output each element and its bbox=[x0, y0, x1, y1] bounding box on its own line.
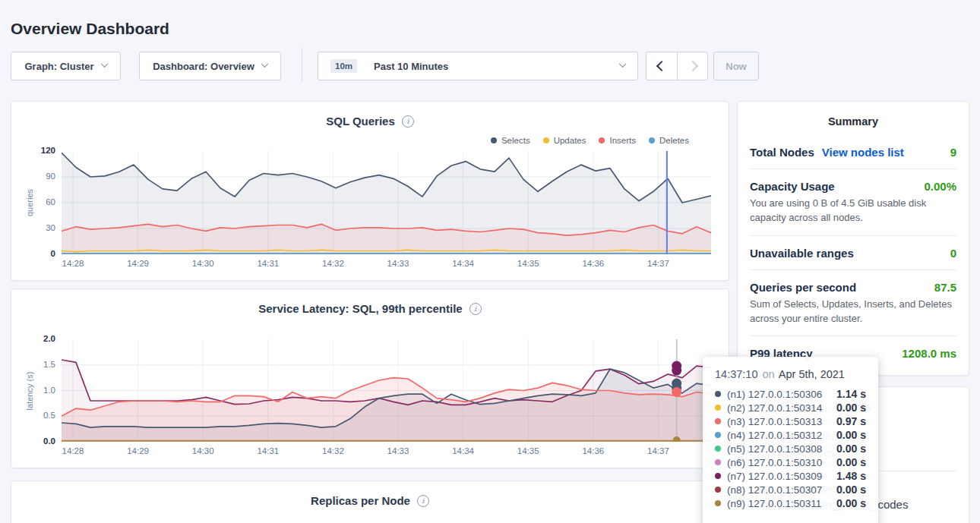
chevron-down-icon bbox=[619, 60, 627, 68]
unavailable-ranges-label: Unavailable ranges bbox=[750, 247, 854, 260]
tooltip-node-row: (n8) 127.0.0.1:503070.00 s bbox=[715, 483, 866, 496]
x-tick-label: 14:37 bbox=[647, 446, 669, 455]
tooltip-node-value: 0.97 s bbox=[836, 415, 866, 427]
chart-title: Service Latency: SQL, 99th percentile bbox=[258, 302, 462, 315]
x-tick-label: 14:30 bbox=[192, 446, 214, 455]
legend-item: Selects bbox=[491, 136, 530, 145]
summary-qps-row: Queries per second 87.5 Sum of Selects, … bbox=[750, 270, 956, 337]
series-dot-icon bbox=[715, 391, 721, 397]
tooltip-node-value: 0.00 s bbox=[836, 456, 866, 468]
legend-item: Deletes bbox=[649, 136, 689, 145]
info-icon[interactable]: i bbox=[469, 303, 482, 315]
x-tick-label: 14:36 bbox=[582, 259, 604, 268]
view-nodes-list-link[interactable]: View nodes list bbox=[822, 146, 904, 159]
tooltip-node-row: (n4) 127.0.0.1:503120.00 s bbox=[715, 428, 866, 442]
series-dot-icon bbox=[599, 137, 605, 143]
page-title: Overview Dashboard bbox=[11, 20, 169, 38]
qps-label: Queries per second bbox=[750, 281, 856, 294]
chevron-down-icon bbox=[100, 60, 108, 68]
time-pager bbox=[646, 52, 708, 80]
tooltip-node-row: (n6) 127.0.0.1:503100.00 s bbox=[715, 455, 866, 469]
chart-title: Replicas per Node bbox=[311, 494, 410, 507]
total-nodes-value: 9 bbox=[950, 146, 956, 159]
summary-panel: Summary Total Nodes View nodes list 9 Ca… bbox=[737, 101, 969, 376]
y-tick-label: 90 bbox=[19, 172, 55, 181]
y-tick-label: 0 bbox=[19, 249, 55, 258]
capacity-description: You are using 0 B of 4.5 GiB usable disk… bbox=[750, 197, 956, 225]
series-dot-icon bbox=[715, 405, 721, 411]
chart-title: SQL Queries bbox=[326, 115, 395, 128]
total-nodes-label: Total Nodes bbox=[750, 146, 814, 159]
next-time-button[interactable] bbox=[677, 52, 707, 80]
summary-total-nodes-row: Total Nodes View nodes list 9 bbox=[750, 135, 956, 169]
info-icon[interactable]: i bbox=[402, 115, 414, 128]
tooltip-timestamp: 14:37:10 on Apr 5th, 2021 bbox=[715, 368, 866, 380]
x-tick-label: 14:34 bbox=[452, 259, 474, 268]
x-tick-label: 14:28 bbox=[62, 446, 84, 455]
info-icon[interactable]: i bbox=[417, 495, 429, 507]
legend-label: Selects bbox=[501, 136, 530, 145]
legend-item: Inserts bbox=[599, 136, 636, 145]
y-axis-unit-label: latency (s) bbox=[25, 371, 34, 410]
p99-latency-value: 1208.0 ms bbox=[902, 347, 956, 360]
tooltip-date: Apr 5th, 2021 bbox=[779, 368, 845, 380]
tooltip-node-value: 0.00 s bbox=[836, 497, 866, 509]
series-dot-icon bbox=[715, 418, 721, 424]
tooltip-node-value: 1.48 s bbox=[836, 470, 866, 482]
dashboard-dropdown[interactable]: Dashboard: Overview bbox=[139, 52, 281, 80]
capacity-value: 0.00% bbox=[924, 180, 956, 193]
chart-hover-tooltip: 14:37:10 on Apr 5th, 2021 (n1) 127.0.0.1… bbox=[703, 357, 878, 523]
y-tick-label: 0.0 bbox=[19, 436, 55, 446]
chevron-down-icon bbox=[261, 60, 268, 68]
y-tick-label: 2.0 bbox=[19, 334, 55, 343]
chart-legend: SelectsUpdatesInsertsDeletes bbox=[491, 136, 689, 145]
x-tick-label: 14:32 bbox=[322, 446, 344, 455]
tooltip-node-value: 0.00 s bbox=[836, 443, 866, 455]
x-tick-label: 14:37 bbox=[647, 259, 669, 268]
x-tick-label: 14:36 bbox=[582, 446, 604, 455]
tooltip-node-value: 0.00 s bbox=[836, 429, 866, 441]
series-dot-icon bbox=[491, 137, 497, 143]
tooltip-node-row: (n7) 127.0.0.1:503091.48 s bbox=[715, 469, 866, 483]
time-range-label: Past 10 Minutes bbox=[374, 61, 448, 72]
y-tick-label: 120 bbox=[19, 146, 55, 155]
legend-label: Updates bbox=[554, 136, 586, 145]
y-tick-label: 30 bbox=[19, 223, 55, 232]
tooltip-node-label: (n2) 127.0.0.1:50314 bbox=[727, 402, 830, 414]
qps-description: Sum of Selects, Updates, Inserts, and De… bbox=[750, 298, 956, 326]
sql-queries-plot[interactable] bbox=[62, 151, 711, 254]
unavailable-ranges-value: 0 bbox=[950, 247, 956, 260]
tooltip-node-row: (n3) 127.0.0.1:503130.97 s bbox=[715, 414, 866, 428]
toolbar-divider bbox=[302, 48, 302, 83]
series-dot-icon bbox=[715, 459, 721, 465]
sql-queries-chart-card: SQL Queriesi SelectsUpdatesInsertsDelete… bbox=[11, 101, 729, 281]
summary-capacity-row: Capacity Usage 0.00% You are using 0 B o… bbox=[750, 169, 956, 236]
legend-label: Inserts bbox=[609, 136, 636, 145]
time-range-dropdown[interactable]: 10m Past 10 Minutes bbox=[318, 52, 638, 80]
now-button[interactable]: Now bbox=[713, 52, 759, 80]
x-tick-label: 14:30 bbox=[192, 259, 214, 268]
tooltip-node-rows: (n1) 127.0.0.1:503061.14 s(n2) 127.0.0.1… bbox=[715, 387, 866, 510]
capacity-label: Capacity Usage bbox=[750, 180, 835, 193]
x-tick-label: 14:32 bbox=[322, 259, 344, 268]
y-axis-unit-label: queries bbox=[25, 189, 34, 216]
x-tick-label: 14:29 bbox=[127, 446, 149, 455]
tooltip-conjunction: on bbox=[762, 368, 774, 380]
replicas-per-node-chart-card: Replicas per Nodei bbox=[11, 480, 729, 523]
tooltip-node-value: 1.14 s bbox=[836, 388, 866, 400]
graph-scope-dropdown[interactable]: Graph: Cluster bbox=[11, 52, 121, 80]
summary-title: Summary bbox=[738, 115, 969, 128]
x-tick-label: 14:33 bbox=[387, 259, 409, 268]
series-dot-icon bbox=[649, 137, 655, 143]
tooltip-node-value: 0.00 s bbox=[836, 402, 866, 414]
tooltip-node-value: 0.00 s bbox=[836, 484, 866, 496]
tooltip-time: 14:37:10 bbox=[715, 368, 757, 380]
series-dot-icon bbox=[715, 446, 721, 452]
service-latency-plot[interactable] bbox=[62, 339, 711, 442]
graph-scope-label: Graph: Cluster bbox=[24, 61, 93, 72]
summary-unavailable-row: Unavailable ranges 0 bbox=[750, 236, 956, 270]
x-tick-label: 14:31 bbox=[257, 446, 279, 455]
series-dot-icon bbox=[715, 487, 721, 493]
prev-time-button[interactable] bbox=[646, 52, 677, 80]
tooltip-node-row: (n1) 127.0.0.1:503061.14 s bbox=[715, 387, 866, 401]
